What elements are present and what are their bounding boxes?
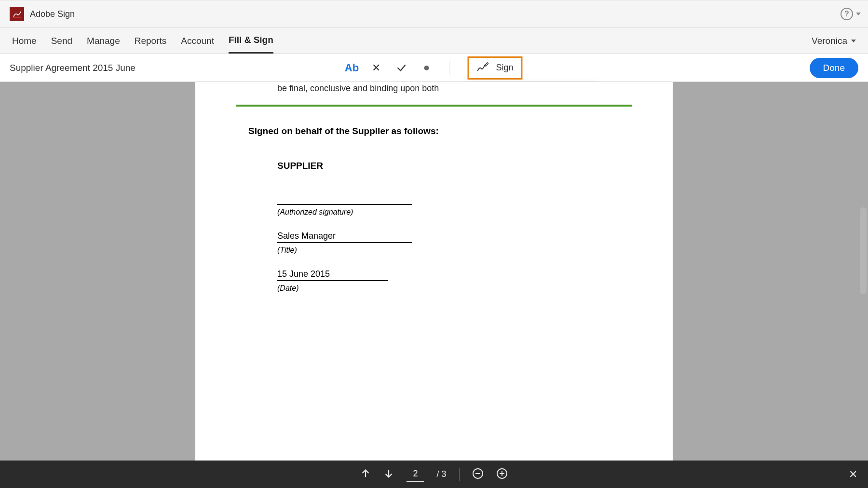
done-button[interactable]: Done <box>810 58 858 78</box>
separator <box>449 61 450 75</box>
page-down-button[interactable] <box>383 468 394 481</box>
sign-menu-wrapper: Sign Veronica Gudsiner − Add Initials + … <box>467 56 522 80</box>
chevron-down-icon <box>856 13 861 15</box>
title-caption: (Title) <box>277 246 634 255</box>
toolbar-tools: Ab ✕ Sign Veronica Gudsiner − Add Initia… <box>345 56 522 80</box>
nav-home[interactable]: Home <box>12 29 37 53</box>
dot-tool[interactable] <box>420 62 432 74</box>
document-viewport[interactable]: be final, conclusive and binding upon bo… <box>0 82 868 461</box>
app-header: Adobe Sign ? <box>0 0 868 28</box>
pager-bar: / 3 ✕ <box>0 461 868 488</box>
title-value: Sales Manager <box>277 231 336 242</box>
nav-reports[interactable]: Reports <box>135 29 167 53</box>
sign-label: Sign <box>496 63 513 73</box>
supplier-label: SUPPLIER <box>277 161 591 171</box>
document-title: Supplier Agreement 2015 June <box>10 63 136 73</box>
date-caption: (Date) <box>277 284 634 293</box>
help-icon: ? <box>841 8 853 20</box>
toolbar: Supplier Agreement 2015 June Ab ✕ Sign V… <box>0 54 868 82</box>
signature-icon <box>476 62 489 74</box>
section-divider <box>236 105 632 107</box>
signature-caption: (Authorized signature) <box>277 208 634 217</box>
date-value: 15 June 2015 <box>277 269 330 280</box>
sign-button[interactable]: Sign <box>467 56 522 80</box>
zoom-in-button[interactable] <box>496 468 508 481</box>
title-line[interactable]: Sales Manager <box>277 231 412 243</box>
app-logo <box>10 7 24 21</box>
chevron-down-icon <box>851 40 856 42</box>
nav-manage[interactable]: Manage <box>87 29 120 53</box>
user-menu[interactable]: Veronica <box>812 36 856 46</box>
page-total: / 3 <box>436 469 446 479</box>
document-page[interactable]: be final, conclusive and binding upon bo… <box>195 82 673 461</box>
separator <box>459 468 460 481</box>
help-menu[interactable]: ? <box>841 8 861 20</box>
page-up-button[interactable] <box>360 468 371 481</box>
checkmark-tool[interactable] <box>395 62 407 74</box>
scrollbar-thumb[interactable] <box>860 207 867 294</box>
signature-block-heading: Signed on behalf of the Supplier as foll… <box>248 126 620 136</box>
page-number-input[interactable] <box>407 467 424 482</box>
text-tool[interactable]: Ab <box>345 62 357 74</box>
close-pager-button[interactable]: ✕ <box>849 468 857 481</box>
main-nav: Home Send Manage Reports Account Fill & … <box>0 28 868 54</box>
user-name: Veronica <box>812 36 847 46</box>
nav-fill-sign[interactable]: Fill & Sign <box>229 28 273 54</box>
date-line[interactable]: 15 June 2015 <box>277 269 388 281</box>
nav-send[interactable]: Send <box>51 29 72 53</box>
app-title: Adobe Sign <box>30 9 75 19</box>
nav-account[interactable]: Account <box>181 29 214 53</box>
zoom-out-button[interactable] <box>472 468 484 481</box>
cross-tool[interactable]: ✕ <box>370 62 382 74</box>
paragraph-text: be final, conclusive and binding upon bo… <box>277 82 591 95</box>
signature-line[interactable] <box>277 195 412 205</box>
